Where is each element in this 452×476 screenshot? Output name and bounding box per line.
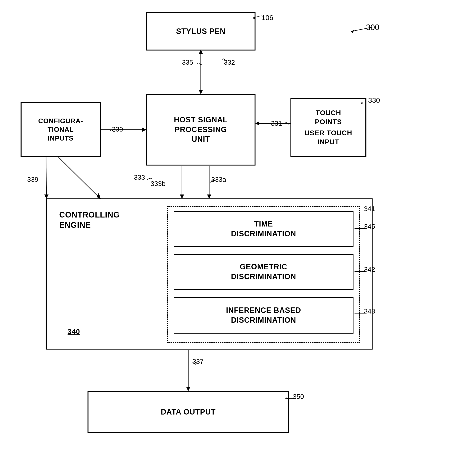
- ref-333b: 333b: [151, 180, 166, 188]
- curve-333a: [210, 179, 217, 184]
- ref-333: 333: [134, 174, 145, 181]
- diagram: STYLUS PEN HOST SIGNALPROCESSINGUNIT CON…: [0, 0, 452, 476]
- controlling-engine-ref: 340: [67, 327, 80, 336]
- svg-marker-20: [180, 194, 184, 199]
- host-signal-box: HOST SIGNALPROCESSINGUNIT: [146, 94, 255, 165]
- geometric-discrimination-label: GEOMETRICDISCRIMINATION: [231, 262, 296, 282]
- ref-300-arrow: [339, 19, 381, 36]
- inference-discrimination-box: INFERENCE BASEDDISCRIMINATION: [174, 297, 353, 334]
- wavy-335: [197, 62, 203, 66]
- ref-106-arrow: [251, 12, 268, 20]
- ref-343-line: [353, 311, 368, 315]
- touch-points-box: TOUCHPOINTS USER TOUCHINPUT: [291, 98, 366, 157]
- svg-marker-26: [186, 387, 190, 391]
- svg-marker-11: [199, 90, 203, 94]
- time-discrimination-box: TIMEDISCRIMINATION: [174, 211, 353, 247]
- ref-342-line: [353, 269, 368, 274]
- ref-341-line: [355, 209, 368, 213]
- svg-marker-14: [255, 121, 259, 126]
- touch-points-label: TOUCHPOINTS: [315, 109, 342, 126]
- svg-line-27: [351, 27, 372, 31]
- wavy-331: [285, 121, 291, 126]
- data-output-label: DATA OUTPUT: [161, 407, 216, 417]
- wavy-339a: [110, 129, 116, 133]
- ref-345-line: [353, 226, 368, 231]
- ref-335: 335: [182, 59, 193, 66]
- svg-marker-16: [142, 128, 146, 132]
- user-touch-label: USER TOUCHINPUT: [305, 129, 352, 147]
- controlling-engine-label: CONTROLLINGENGINE: [59, 210, 120, 229]
- configurational-label: CONFIGURA-TIONALINPUTS: [38, 117, 83, 143]
- svg-marker-30: [253, 16, 255, 19]
- host-signal-label: HOST SIGNALPROCESSINGUNIT: [174, 115, 228, 144]
- svg-marker-12: [199, 50, 203, 54]
- data-output-box: DATA OUTPUT: [88, 391, 289, 433]
- svg-marker-32: [360, 102, 362, 104]
- svg-line-23: [59, 157, 100, 199]
- geometric-discrimination-box: GEOMETRICDISCRIMINATION: [174, 254, 353, 290]
- configurational-box: CONFIGURA-TIONALINPUTS: [21, 102, 100, 157]
- ref-339b: 339: [27, 176, 38, 183]
- time-discrimination-label: TIMEDISCRIMINATION: [231, 219, 296, 239]
- wavy-332: [222, 58, 228, 62]
- ref-350-line: [285, 397, 296, 401]
- inference-discrimination-label: INFERENCE BASEDDISCRIMINATION: [226, 305, 301, 325]
- wavy-337: [191, 361, 198, 366]
- svg-marker-22: [44, 194, 48, 199]
- stylus-pen-box: STYLUS PEN: [146, 13, 255, 50]
- stylus-pen-label: STYLUS PEN: [176, 26, 226, 36]
- svg-marker-24: [97, 193, 101, 199]
- svg-marker-18: [207, 194, 211, 199]
- ref-331: 331: [271, 120, 282, 127]
- svg-line-21: [46, 157, 47, 198]
- ref-330-arrow: [360, 100, 374, 106]
